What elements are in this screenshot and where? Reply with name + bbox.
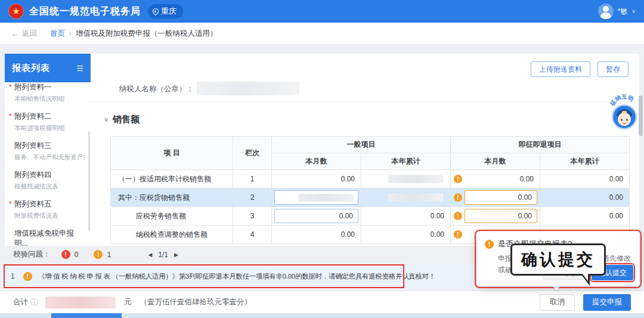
footer-bar: 合计 ⓘ 元 （壹万伍仟壹佰肆拾玖元零壹分） 取消 提交申报: [0, 291, 644, 313]
amount-input[interactable]: 0.00: [274, 209, 358, 223]
location-label: 重庆: [161, 6, 177, 17]
app-title: 全国统一规范电子税务局: [29, 5, 141, 18]
total-amount-redacted: [45, 297, 116, 308]
amount-input[interactable]: [274, 190, 358, 205]
cell-general-month: 0.00: [272, 226, 361, 244]
col-group-rebate: 即征即退项目 本月数 本年累计: [451, 137, 630, 170]
amount-value: 0.00: [431, 212, 450, 220]
amount-value: 0.00: [609, 175, 629, 183]
cell-item: 应税劳务销售额: [111, 207, 233, 226]
sidebar-item-label: 附列资料五: [14, 199, 85, 209]
breadcrumb-home[interactable]: 首页: [50, 29, 65, 39]
table-row[interactable]: 应税劳务销售额30.000.000.000.00: [111, 207, 630, 226]
amount-input[interactable]: 0.00: [465, 190, 537, 205]
warning-count-icon: [94, 250, 103, 259]
amount-value: 0.00: [431, 230, 450, 239]
sidebar-header: 报表列表 ☰: [5, 54, 91, 82]
col-header-index: 栏次: [233, 137, 272, 170]
cell-item: （一）按适用税率计税销售额: [111, 170, 233, 189]
cell-rebate-month[interactable]: 0.00: [451, 189, 540, 207]
sidebar-item-label: 附列资料三: [14, 141, 85, 151]
warning-icon: [454, 230, 462, 239]
save-draft-button[interactable]: 暂存: [597, 61, 628, 77]
back-button[interactable]: ← 返回: [11, 29, 37, 39]
breadcrumb-separator-icon: ›: [69, 29, 72, 38]
location-pin-icon: [151, 7, 160, 16]
cancel-button[interactable]: 取消: [540, 294, 575, 311]
prev-page-icon[interactable]: ◀: [148, 252, 152, 258]
sidebar-item-sublabel: 附加税费情况表: [14, 212, 85, 220]
warning-count: 1: [107, 251, 111, 259]
cell-general-month[interactable]: [272, 189, 361, 207]
row-item-label: 应税劳务销售额: [111, 211, 186, 221]
validation-pager: ◀ 1/1 ▶: [148, 251, 178, 259]
redacted-value: [298, 194, 353, 202]
sidebar-item[interactable]: 附列资料三服务、不动产和无形资产扣: [5, 137, 91, 166]
confirm-submit-callout: 确认提交: [510, 243, 606, 276]
table-row[interactable]: （一）按适用税率计税销售额10.000.000.00: [111, 170, 630, 189]
sidebar-item[interactable]: *附列资料一本期销售情况明细: [5, 82, 91, 107]
amount-input[interactable]: 0.00: [465, 209, 537, 223]
message-number: 1: [11, 272, 15, 280]
row-index: 4: [250, 230, 255, 239]
amount-value: 0.00: [518, 193, 532, 202]
submit-declaration-button[interactable]: 提交申报: [583, 294, 631, 311]
cell-rebate-month[interactable]: 0.00: [451, 207, 540, 226]
sales-section-header[interactable]: ∨ 销售额: [104, 114, 140, 125]
sidebar-item[interactable]: *附列资料五附加税费情况表: [5, 195, 91, 224]
location-pill[interactable]: 重庆: [148, 4, 183, 18]
declaration-form-card: 上传附送资料 暂存 纳税人名称（公章）： ∨ 销售额 项 目 栏次 一般项目 本…: [91, 54, 639, 246]
row-index: 2: [250, 193, 255, 202]
user-menu[interactable]: *敏 ∨: [598, 4, 636, 19]
col-header-general-year: 本年累计: [361, 153, 451, 170]
required-marker: *: [9, 200, 12, 208]
sidebar-item-label: 增值税减免税申报明...: [14, 229, 85, 246]
taxpayer-name-redacted: [197, 82, 299, 95]
breadcrumb-current: 增值税及附加税费申报（一般纳税人适用）: [76, 29, 218, 39]
col-header-rebate-year: 本年累计: [540, 153, 630, 170]
collapse-menu-icon[interactable]: ☰: [76, 64, 83, 73]
next-page-icon[interactable]: ▶: [174, 252, 178, 258]
sidebar-item-sublabel: 服务、不动产和无形资产扣: [14, 153, 85, 162]
upload-attachments-button[interactable]: 上传附送资料: [531, 61, 590, 77]
sidebar-item[interactable]: 增值税减免税申报明...: [5, 224, 91, 246]
avatar: [598, 4, 614, 19]
table-row[interactable]: 其中：应税货物销售额20.000.00: [111, 189, 630, 207]
cell-rebate-year: 0.00: [540, 170, 630, 189]
col-header-item: 项 目: [111, 137, 233, 170]
info-icon: ⓘ: [30, 297, 38, 308]
required-marker: *: [9, 112, 12, 121]
row-index: 3: [250, 212, 255, 220]
cell-general-year: 0.00: [361, 207, 451, 226]
warning-icon: [454, 175, 462, 183]
back-label: 返回: [22, 29, 37, 39]
sidebar-item-label: 附列资料二: [14, 112, 85, 122]
amount-value: 0.00: [609, 212, 629, 220]
cell-item: 其中：应税货物销售额: [111, 189, 233, 207]
sidebar-item[interactable]: 附列资料四税额抵减情况表: [5, 166, 91, 195]
username: *敏: [618, 7, 628, 17]
col-group-general: 一般项目 本月数 本年累计: [272, 137, 451, 170]
sidebar-item-sublabel: 本期销售情况明细: [14, 95, 85, 103]
validation-message: 《增 值 税 纳 税 申 报 表 （一般纳税人适用）》第3列即征即退本月数任一项…: [38, 272, 435, 281]
sidebar-scrollbar[interactable]: [88, 131, 90, 231]
section-caret-icon: ∨: [104, 116, 109, 124]
row-item-label: 纳税检查调整的销售额: [111, 230, 208, 240]
amount-in-words: （壹万伍仟壹佰肆拾玖元零壹分）: [140, 297, 252, 307]
amount-unit: 元: [124, 297, 132, 307]
interaction-mascot-button[interactable]: 征纳互动: [608, 94, 640, 131]
warning-icon: [454, 212, 462, 220]
col-group-rebate-label: 即征即退项目: [451, 137, 630, 153]
cell-rebate-year: 0.00: [540, 207, 630, 226]
cell-general-month[interactable]: 0.00: [272, 207, 361, 226]
amount-value: 0.00: [341, 175, 361, 183]
screen: ★ 全国统一规范电子税务局 重庆 *敏 ∨ ← 返回 首页 › 增值税及附加税费…: [0, 0, 644, 318]
required-marker: *: [9, 83, 12, 91]
popover-caret: [552, 282, 561, 290]
sidebar-item[interactable]: *附列资料二本期进项税额明细: [5, 107, 91, 137]
amount-value: 0.00: [339, 212, 353, 220]
bottom-strip-blue: [51, 313, 122, 318]
cell-rebate-year: 0.00: [540, 189, 630, 207]
form-toolbar: 上传附送资料 暂存: [531, 61, 628, 77]
col-header-general-month: 本月数: [272, 153, 361, 170]
